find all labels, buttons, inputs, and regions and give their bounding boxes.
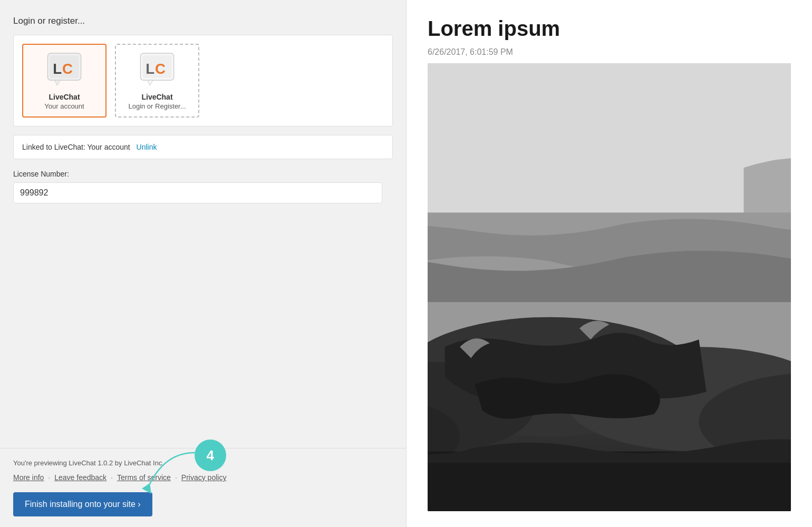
right-panel: Lorem ipsum 6/26/2017, 6:01:59 PM [407, 0, 812, 527]
livechat-logo-yours: L C [45, 51, 83, 89]
tooltip-number: 4 [206, 447, 214, 464]
livechat-logo-register: L C [138, 51, 176, 89]
left-footer: You're previewing LiveChat 1.0.2 by Live… [0, 448, 406, 527]
svg-marker-4 [55, 80, 60, 85]
account-title-register: LiveChat [141, 93, 172, 101]
license-label: License Number: [13, 170, 393, 178]
account-selector: L C LiveChat Your account L C L [13, 35, 393, 126]
license-input[interactable] [13, 182, 382, 203]
svg-text:C: C [62, 61, 73, 77]
post-date: 6/26/2017, 6:01:59 PM [428, 47, 791, 57]
svg-text:L: L [146, 61, 154, 77]
account-title-yours: LiveChat [49, 93, 80, 101]
leave-feedback-link[interactable]: Leave feedback [54, 473, 107, 482]
sep-3: · [175, 473, 177, 482]
svg-text:C: C [155, 61, 166, 77]
footer-links: More info · Leave feedback · Terms of se… [13, 473, 393, 482]
account-card-register[interactable]: L C LiveChat Login or Register... [115, 44, 199, 118]
svg-rect-11 [428, 63, 791, 228]
ocean-scene [428, 63, 791, 511]
install-btn-wrapper: Finish installing onto your site › 4 [13, 492, 152, 516]
install-button[interactable]: Finish installing onto your site › [13, 492, 152, 516]
unlink-link[interactable]: Unlink [137, 143, 157, 151]
post-image [428, 63, 791, 511]
linked-bar: Linked to LiveChat: Your account Unlink [13, 135, 393, 159]
svg-text:L: L [53, 61, 62, 77]
terms-link[interactable]: Terms of service [117, 473, 171, 482]
sep-1: · [48, 473, 50, 482]
left-panel: Login or register... L C LiveChat Your a… [0, 0, 406, 527]
account-sub-register: Login or Register... [128, 102, 186, 110]
sep-2: · [111, 473, 113, 482]
more-info-link[interactable]: More info [13, 473, 44, 482]
svg-marker-9 [148, 80, 153, 85]
post-title: Lorem ipsum [428, 16, 791, 41]
tooltip-badge: 4 [195, 440, 226, 471]
linked-text: Linked to LiveChat: Your account [22, 143, 130, 151]
login-label: Login or register... [13, 16, 393, 26]
left-content: Login or register... L C LiveChat Your a… [0, 0, 406, 448]
account-sub-yours: Your account [44, 102, 84, 110]
account-card-yours[interactable]: L C LiveChat Your account [22, 44, 107, 118]
privacy-link[interactable]: Privacy policy [181, 473, 227, 482]
